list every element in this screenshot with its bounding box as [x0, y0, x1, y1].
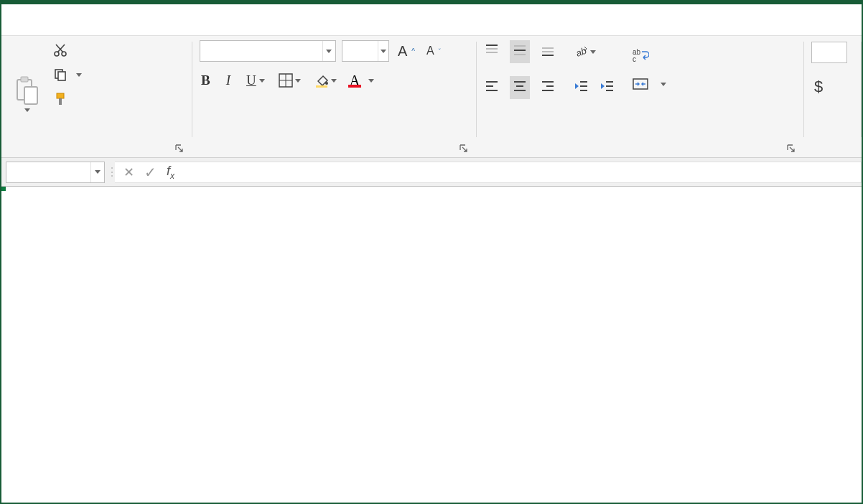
dialog-launcher-icon[interactable]	[785, 143, 797, 154]
spreadsheet-grid[interactable]	[1, 187, 862, 503]
format-painter-button[interactable]	[50, 90, 85, 108]
ribbon: A^ Aˇ B I U A	[1, 36, 862, 158]
merge-center-button[interactable]	[632, 76, 666, 92]
chevron-down-icon	[295, 79, 301, 83]
svg-rect-2	[24, 87, 37, 104]
bold-button[interactable]: B	[200, 73, 212, 88]
font-name-combo[interactable]	[200, 40, 336, 62]
group-number: $	[804, 36, 862, 157]
paste-button[interactable]	[9, 40, 46, 112]
align-top-button[interactable]	[484, 42, 500, 61]
align-right-button[interactable]	[540, 78, 556, 97]
svg-rect-9	[57, 93, 64, 98]
svg-rect-1	[21, 77, 28, 82]
svg-text:ab: ab	[574, 45, 588, 59]
accounting-format-button[interactable]: $	[811, 76, 854, 98]
cut-button[interactable]	[50, 42, 85, 59]
ribbon-tabs	[1, 4, 862, 36]
dialog-launcher-icon[interactable]	[174, 143, 185, 154]
increase-font-button[interactable]: A^	[395, 42, 418, 61]
merge-icon	[632, 76, 649, 92]
chevron-down-icon[interactable]	[90, 162, 104, 182]
chevron-down-icon	[76, 73, 82, 77]
chevron-down-icon	[259, 79, 265, 83]
svg-point-14	[325, 82, 328, 85]
orientation-icon: ab	[573, 44, 589, 60]
fill-color-button[interactable]	[314, 73, 337, 88]
chevron-down-icon[interactable]	[378, 41, 388, 61]
decrease-indent-button[interactable]	[573, 78, 589, 97]
dialog-launcher-icon[interactable]	[458, 143, 470, 154]
font-color-button[interactable]: A	[350, 72, 374, 89]
cancel-icon[interactable]: ✕	[123, 164, 134, 180]
borders-icon	[278, 73, 294, 88]
enter-icon[interactable]: ✓	[144, 164, 157, 181]
wrap-text-button[interactable]: abc	[632, 47, 666, 63]
align-middle-button[interactable]	[510, 40, 530, 63]
orientation-button[interactable]: ab	[573, 44, 596, 60]
number-format-input[interactable]	[812, 45, 846, 60]
chevron-down-icon	[24, 108, 30, 112]
formula-bar-buttons: ✕ ✓ fx	[115, 162, 183, 183]
svg-rect-8	[58, 72, 65, 80]
align-center-button[interactable]	[510, 76, 530, 99]
formula-input[interactable]	[183, 162, 862, 183]
scissors-icon	[53, 43, 67, 57]
chevron-down-icon	[590, 50, 596, 54]
paintbrush-icon	[53, 92, 67, 106]
font-size-input[interactable]	[342, 44, 378, 58]
paste-icon	[14, 75, 40, 106]
grip-icon: ⋮	[109, 162, 115, 183]
align-bottom-button[interactable]	[540, 42, 556, 61]
group-alignment: ab abc	[477, 36, 804, 157]
svg-rect-16	[348, 85, 361, 88]
name-box-input[interactable]	[6, 165, 90, 179]
wrap-text-icon: abc	[632, 47, 649, 63]
chevron-down-icon	[661, 83, 666, 86]
increase-indent-button[interactable]	[599, 78, 615, 97]
font-name-input[interactable]	[200, 44, 322, 58]
number-format-combo[interactable]	[811, 42, 847, 63]
fill-handle[interactable]	[1, 187, 6, 191]
chevron-down-icon[interactable]	[322, 41, 335, 61]
borders-button[interactable]	[278, 73, 301, 88]
decrease-font-button[interactable]: Aˇ	[424, 43, 444, 59]
svg-text:c: c	[633, 55, 636, 63]
formula-bar: ⋮ ✕ ✓ fx	[1, 158, 862, 187]
svg-rect-15	[316, 85, 327, 88]
name-box[interactable]	[6, 162, 105, 183]
group-clipboard	[1, 36, 192, 157]
copy-icon	[53, 67, 67, 82]
group-font: A^ Aˇ B I U A	[192, 36, 477, 157]
svg-rect-10	[59, 98, 62, 105]
font-size-combo[interactable]	[342, 40, 389, 62]
align-left-button[interactable]	[484, 78, 500, 97]
copy-button[interactable]	[50, 66, 85, 83]
italic-button[interactable]: I	[225, 73, 232, 88]
chevron-down-icon	[368, 79, 374, 83]
selection-overlay	[1, 187, 4, 190]
underline-button[interactable]: U	[245, 73, 265, 88]
fx-icon[interactable]: fx	[167, 164, 174, 181]
bucket-icon	[314, 73, 330, 88]
chevron-down-icon	[331, 79, 337, 83]
color-bar-icon	[348, 85, 363, 89]
